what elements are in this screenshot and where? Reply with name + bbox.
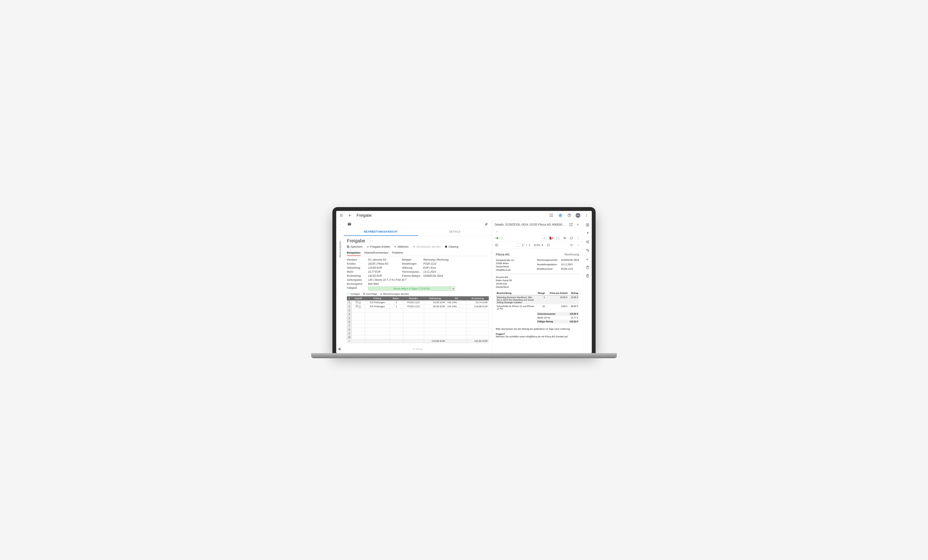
share-pdf-icon[interactable] [585, 231, 590, 236]
tab-edit-view[interactable]: BEARBEITUNGSANSICHT [344, 228, 418, 236]
nettobetrag-value: 119,85 EUR [368, 266, 400, 269]
waehrung-label: Währung [402, 266, 421, 269]
svg-rect-8 [552, 216, 553, 217]
panel-heading: Freigabe [347, 238, 365, 244]
table-row[interactable]: 4 [347, 312, 489, 316]
chevron-down-icon[interactable] [337, 228, 343, 233]
avatar[interactable]: CH [575, 213, 580, 218]
svg-rect-23 [588, 250, 589, 252]
attachment-icon[interactable] [484, 221, 489, 227]
svg-rect-1 [551, 214, 552, 214]
fullscreen-icon[interactable] [555, 235, 560, 241]
mail-icon[interactable] [347, 221, 352, 227]
table-row[interactable]: 6 [347, 320, 489, 324]
list-icon[interactable] [562, 235, 567, 241]
table-row[interactable]: 9 [347, 331, 489, 335]
close-icon[interactable] [575, 222, 580, 227]
subtab-historie[interactable]: Historie/Kommentare [365, 250, 388, 256]
brand-short-logo: d. [338, 347, 341, 351]
vorlagen-button[interactable]: 📄 Vorlagen [347, 292, 360, 295]
reject-button[interactable]: Ablehnen [394, 245, 409, 248]
bezeichnungen-button[interactable]: 🗂 Bezeichnungen abrufen [380, 292, 409, 295]
mandant-label: Mandant [347, 258, 366, 261]
back-icon[interactable] [348, 213, 353, 218]
zoom-level[interactable]: 111% [534, 244, 540, 247]
svg-rect-22 [586, 249, 587, 250]
skonto-collapse-icon[interactable]: ◀ [451, 287, 455, 290]
table-row[interactable]: 5 [347, 316, 489, 320]
checkbox-icon[interactable] [356, 305, 358, 307]
zuschlaege-button[interactable]: ⊕ Zuschläge [363, 292, 377, 295]
table-row[interactable]: 1 i 2/3 Prüfungen 1 PO20-1122 19,95 EUR … [347, 300, 489, 305]
table-row[interactable]: 3 [347, 308, 489, 312]
mwst-label: MwSt [347, 270, 366, 273]
col-geprueft: Geprüft [352, 296, 365, 300]
progress-indicator [494, 237, 503, 239]
view-tabs: BEARBEITUNGSANSICHT DETAILS [344, 228, 492, 236]
page-number-input[interactable] [517, 243, 525, 247]
clipboard-icon[interactable] [585, 265, 590, 270]
svg-point-19 [588, 240, 589, 241]
col-bestellnr: Bestellnr. [403, 296, 424, 300]
comment-icon[interactable] [546, 243, 551, 248]
menu-icon[interactable] [339, 213, 344, 218]
bruttobetrag-label: Bruttobetrag [347, 275, 366, 277]
more-vert-icon[interactable]: ⋮ [575, 243, 581, 248]
more-vert-icon[interactable] [584, 213, 589, 218]
info-icon[interactable]: i [359, 301, 361, 304]
document-title: Details: 5159ZE33L-0014 10235 Filoca AG … [495, 223, 567, 226]
app-topbar: Freigabe CH [336, 211, 592, 220]
save-button[interactable]: Speichern [347, 245, 363, 248]
invoice-company: Filoca AG [496, 253, 510, 256]
invoice-type: Rechnung [565, 253, 579, 256]
svg-point-16 [570, 244, 572, 246]
fetch-order-button[interactable]: Bestelldaten abrufen [412, 245, 441, 248]
page-total: 1 [529, 244, 530, 247]
invoice-questions-head: Fragen? [496, 333, 579, 335]
check-circle-icon[interactable] [368, 238, 372, 243]
svg-rect-18 [588, 224, 589, 226]
share-icon[interactable] [585, 240, 590, 244]
sidebar-toggle-icon[interactable] [494, 243, 499, 248]
edit-icon[interactable] [542, 235, 547, 241]
gift-icon[interactable] [558, 213, 563, 218]
action-toolbar: Speichern Freigabe erteilen Ablehnen Bes… [347, 245, 489, 248]
table-row[interactable]: 8 [347, 328, 489, 331]
help-icon[interactable] [567, 213, 572, 218]
subtab-belegdaten[interactable]: Belegdaten [347, 250, 361, 256]
table-row[interactable]: 2 i 2/3 Prüfungen 2 PO20-1122 99,90 EUR … [347, 305, 489, 309]
svg-point-20 [586, 241, 587, 242]
faelligkeit-label: Fälligkeit [347, 287, 366, 291]
svg-point-12 [586, 214, 587, 215]
svg-rect-6 [550, 216, 550, 217]
rechnungsdatum-value: 13.11.2023 [423, 270, 455, 273]
table-row[interactable]: 10 [347, 335, 489, 339]
more-vert-icon[interactable]: ⋮ [575, 235, 581, 241]
edit-panel: BEARBEITUNGSANSICHT DETAILS Freigabe Spe… [344, 220, 492, 353]
tab-details-view[interactable]: DETAILS [418, 228, 492, 236]
columns-icon[interactable] [585, 223, 590, 227]
pdf-icon[interactable]: ▾ [548, 235, 554, 241]
apps-grid-icon[interactable] [549, 213, 554, 218]
search-icon[interactable] [569, 243, 574, 248]
mandant-value: 01 | docures AG [368, 258, 400, 261]
chevron-up-icon[interactable] [337, 221, 343, 227]
info-icon[interactable]: i [359, 305, 361, 308]
approve-button[interactable]: Freigabe erteilen [366, 245, 390, 248]
line-items-table: # Geprüft Prüfung Beste... Bestellnr. Ne… [347, 296, 489, 343]
workflow-icon[interactable] [585, 248, 590, 253]
mwst-value: 22,77 EUR [368, 270, 400, 273]
drag-handle-icon[interactable]: ≡ [494, 229, 499, 234]
open-external-icon[interactable] [568, 222, 574, 227]
subtab-probleme[interactable]: Probleme [392, 250, 403, 256]
svg-point-21 [588, 242, 589, 243]
left-sidebar: Meine Aufgaben d. [336, 220, 344, 353]
clearing-button[interactable]: Clearing [445, 245, 458, 248]
bruttobetrag-value: 142,62 EUR [368, 275, 400, 277]
recipient-address: docures AGKieler Kamp 9924145 KielDeutsc… [496, 276, 579, 289]
signature-icon[interactable] [585, 256, 590, 261]
clipboard-check-icon[interactable] [585, 273, 590, 278]
checkbox-icon[interactable] [356, 301, 358, 303]
refresh-icon[interactable] [569, 235, 574, 241]
table-row[interactable]: 7 [347, 324, 489, 328]
